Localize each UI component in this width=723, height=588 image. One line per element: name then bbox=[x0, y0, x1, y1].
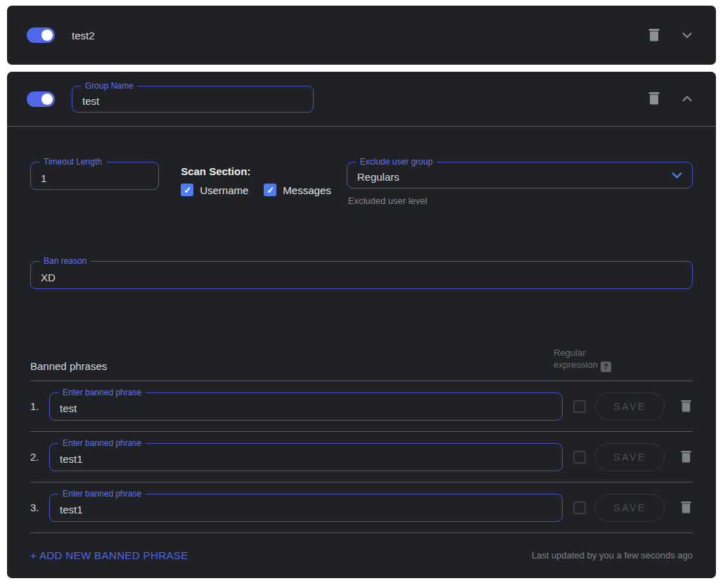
trash-icon bbox=[679, 398, 693, 415]
chevron-up-icon bbox=[682, 94, 692, 104]
banned-phrase-field-label: Enter banned phrase bbox=[58, 489, 146, 499]
ban-reason-field-label: Ban reason bbox=[39, 256, 91, 266]
banned-phrase-field-wrap: Enter banned phrase bbox=[49, 494, 563, 522]
delete-group-button[interactable] bbox=[644, 24, 664, 47]
row-number: 2. bbox=[30, 451, 49, 463]
username-checkbox[interactable] bbox=[181, 184, 193, 196]
exclude-group-wrap: Exclude user group Regulars Excluded use… bbox=[347, 162, 693, 206]
trash-icon bbox=[679, 449, 693, 466]
last-updated-text: Last updated by you a few seconds ago bbox=[532, 550, 693, 561]
ban-reason-field-wrap: Ban reason bbox=[30, 261, 693, 289]
banned-phrase-row: 2. Enter banned phrase SAVE bbox=[30, 432, 693, 482]
row-number: 3. bbox=[30, 501, 49, 513]
group-enabled-toggle[interactable] bbox=[27, 91, 55, 107]
trash-icon bbox=[647, 27, 661, 44]
group-name-field-label: Group Name bbox=[81, 81, 138, 91]
timeout-field-wrap: Timeout Length bbox=[30, 162, 159, 190]
banned-phrase-field-label: Enter banned phrase bbox=[58, 438, 146, 448]
chevron-down-icon bbox=[672, 169, 682, 181]
banned-phrases-header: Banned phrases Regular expression? bbox=[30, 347, 693, 381]
banned-phrase-row: 3. Enter banned phrase SAVE bbox=[30, 482, 693, 533]
delete-phrase-button[interactable] bbox=[677, 395, 696, 418]
trash-icon bbox=[647, 90, 661, 108]
exclude-group-field-label: Exclude user group bbox=[356, 157, 437, 167]
scan-section-title: Scan Section: bbox=[181, 165, 347, 177]
scan-messages-option[interactable]: Messages bbox=[264, 184, 331, 196]
add-new-banned-phrase-button[interactable]: + ADD NEW BANNED PHRASE bbox=[30, 549, 188, 561]
toggle-knob bbox=[41, 30, 53, 41]
group-enabled-toggle[interactable] bbox=[27, 27, 55, 43]
toggle-knob bbox=[41, 94, 53, 105]
save-button[interactable]: SAVE bbox=[595, 443, 665, 471]
messages-checkbox-label: Messages bbox=[283, 184, 331, 196]
banned-phrase-row: 1. Enter banned phrase SAVE bbox=[30, 381, 693, 432]
exclude-group-helper-text: Excluded user level bbox=[348, 196, 693, 206]
question-mark-icon[interactable]: ? bbox=[601, 362, 611, 372]
regex-checkbox[interactable] bbox=[573, 501, 586, 514]
delete-phrase-button[interactable] bbox=[677, 497, 696, 519]
group-name-field-wrap: Group Name bbox=[72, 86, 314, 113]
group-header: Group Name bbox=[7, 72, 716, 127]
banned-phrase-group-expanded: Group Name Timeout Length Scan Section: … bbox=[7, 72, 716, 578]
banned-phrases-title: Banned phrases bbox=[30, 360, 107, 372]
messages-checkbox[interactable] bbox=[264, 184, 276, 196]
banned-phrase-field-wrap: Enter banned phrase bbox=[49, 392, 563, 421]
scan-section: Scan Section: Username Messages bbox=[181, 162, 347, 196]
banned-phrase-group-collapsed: test2 bbox=[7, 6, 716, 65]
regex-checkbox[interactable] bbox=[573, 451, 586, 464]
regex-checkbox[interactable] bbox=[573, 400, 586, 413]
save-button[interactable]: SAVE bbox=[595, 392, 665, 421]
username-checkbox-label: Username bbox=[200, 184, 248, 196]
delete-group-button[interactable] bbox=[644, 87, 664, 110]
collapse-group-button[interactable] bbox=[679, 91, 695, 107]
expand-group-button[interactable] bbox=[679, 27, 695, 44]
exclude-user-group-select[interactable]: Exclude user group Regulars bbox=[347, 162, 693, 188]
scan-username-option[interactable]: Username bbox=[181, 184, 248, 196]
delete-phrase-button[interactable] bbox=[677, 446, 696, 468]
banned-phrase-field-wrap: Enter banned phrase bbox=[49, 443, 563, 471]
save-button[interactable]: SAVE bbox=[595, 494, 665, 522]
row-number: 1. bbox=[30, 400, 49, 412]
trash-icon bbox=[679, 499, 693, 516]
group-name-label: test2 bbox=[72, 30, 95, 41]
chevron-down-icon bbox=[682, 30, 692, 41]
ban-reason-input[interactable] bbox=[31, 262, 692, 288]
timeout-field-label: Timeout Length bbox=[39, 157, 106, 167]
regex-column-header: Regular expression? bbox=[554, 347, 693, 372]
banned-phrase-field-label: Enter banned phrase bbox=[58, 388, 146, 397]
